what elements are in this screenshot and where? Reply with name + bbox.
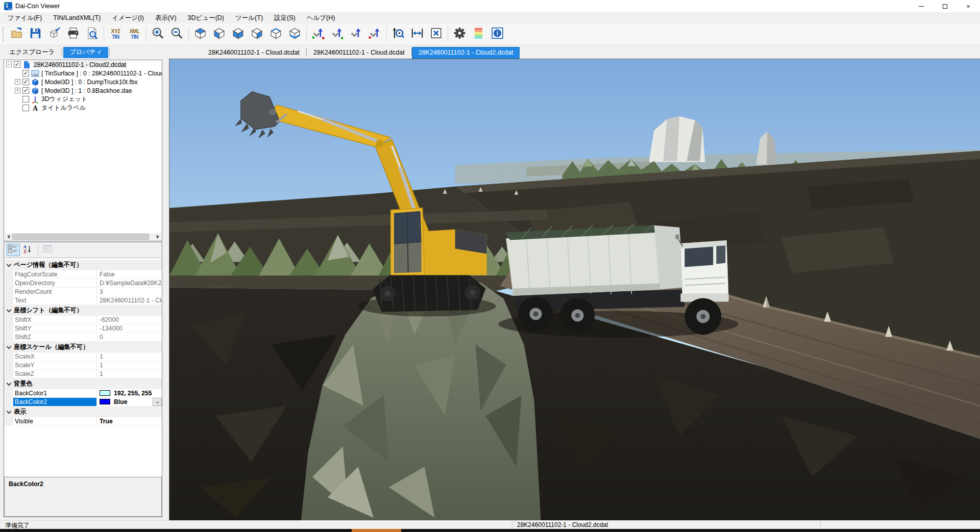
xml-tin-button[interactable]: XMLTIN — [125, 25, 144, 43]
tree-item[interactable]: ✓[ TinSurface ] : 0 : 28K2460011102-1 - … — [4, 69, 162, 78]
property-value[interactable]: 3 — [97, 288, 162, 296]
property-row[interactable]: ScaleX1 — [4, 352, 162, 361]
property-value[interactable]: 192, 255, 255 — [97, 389, 162, 397]
measure-clear-button[interactable] — [427, 25, 446, 43]
tree-item[interactable]: −✓28K2460011102-1 - Cloud2.dcdat — [4, 60, 162, 69]
xyz-tin-button[interactable]: XYZTIN — [106, 25, 125, 43]
property-value[interactable]: Blue — [97, 398, 162, 406]
viewport-3d-scene[interactable] — [169, 59, 980, 520]
property-category[interactable]: 座標シフト（編集不可） — [4, 305, 162, 316]
save-button[interactable] — [26, 25, 45, 43]
tree-item-checkbox[interactable]: ✓ — [14, 61, 20, 68]
property-row[interactable]: ShiftZ0 — [4, 333, 162, 342]
export-model-button[interactable] — [45, 25, 64, 43]
property-value[interactable]: 1 — [97, 352, 162, 361]
tree-item[interactable]: +✓[ Model3D ] : 0 : DumpTruck10t.fbx — [4, 78, 162, 86]
menu-item-file[interactable]: ファイル(F) — [2, 12, 47, 23]
document-tab-1[interactable]: 28K2460011102-1 - Cloud.dcdat — [202, 47, 306, 59]
menu-item-tin-landxml[interactable]: TIN/LandXML(T) — [47, 12, 106, 23]
scrollbar-thumb[interactable] — [12, 234, 149, 240]
expand-icon[interactable]: + — [15, 79, 20, 85]
property-row[interactable]: BackColor1192, 255, 255 — [4, 389, 162, 398]
menu-item-help[interactable]: ヘルプ(H) — [301, 12, 341, 23]
property-value[interactable]: 28K2460011102-1 - Cloud2.dcdat — [97, 296, 162, 305]
tree-item[interactable]: +✓[ Model3D ] : 1 : 0.8Backhoe.dae — [4, 86, 162, 95]
tab-properties[interactable]: プロパティ — [63, 47, 108, 58]
view-direction-1-button[interactable] — [309, 25, 328, 43]
property-row[interactable]: BackColor2Blue — [4, 398, 162, 407]
property-row[interactable]: VisibleTrue — [4, 417, 162, 426]
property-value[interactable]: False — [97, 270, 162, 278]
view-back-button[interactable] — [266, 25, 285, 43]
tree-item-checkbox[interactable]: ✓ — [22, 79, 29, 85]
property-value[interactable]: 1 — [97, 361, 162, 369]
menu-item-settings[interactable]: 設定(S) — [268, 12, 301, 23]
property-gutter — [4, 370, 13, 378]
scroll-right-button[interactable] — [154, 233, 161, 240]
property-row[interactable]: ScaleZ1 — [4, 370, 162, 378]
property-row[interactable]: RenderCount3 — [4, 288, 162, 296]
info-button[interactable]: i — [488, 25, 507, 43]
view-left-button[interactable] — [210, 25, 229, 43]
measure-distance-button[interactable] — [408, 25, 427, 43]
property-value[interactable]: True — [97, 417, 162, 425]
property-row[interactable]: ShiftY-134000 — [4, 324, 162, 333]
property-category[interactable]: 背景色 — [4, 378, 162, 389]
tree-item-checkbox[interactable]: ✓ — [22, 70, 29, 77]
menu-item-view[interactable]: 表示(V) — [150, 12, 182, 23]
property-row[interactable]: Text28K2460011102-1 - Cloud2.dcdat — [4, 296, 162, 305]
property-row[interactable]: ShiftX-62000 — [4, 316, 162, 324]
zoom-extents-button[interactable] — [389, 25, 408, 43]
property-value[interactable]: 0 — [97, 333, 162, 341]
view-front-button[interactable] — [229, 25, 248, 43]
color-scale-button[interactable] — [469, 25, 488, 43]
menu-item-tool[interactable]: ツール(T) — [230, 12, 268, 23]
zoom-in-button[interactable] — [149, 25, 167, 43]
view-direction-2-button[interactable] — [328, 25, 347, 43]
document-tab-3[interactable]: 28K2460011102-1 - Cloud2.dcdat — [412, 47, 520, 59]
view-right-button[interactable] — [248, 25, 266, 43]
tree-item-checkbox[interactable]: ✓ — [22, 87, 29, 94]
property-row[interactable]: FlagColorScaleFalse — [4, 270, 162, 279]
scroll-left-button[interactable] — [5, 233, 12, 240]
property-category[interactable]: ページ情報（編集不可） — [4, 260, 162, 270]
print-button[interactable] — [64, 25, 83, 43]
tree-item-label: タイトルラベル — [41, 104, 86, 112]
dropdown-button[interactable] — [153, 398, 162, 406]
tree-item-checkbox[interactable] — [22, 96, 29, 103]
view-top-button[interactable] — [191, 25, 210, 43]
tree-horizontal-scrollbar[interactable] — [5, 233, 161, 240]
expand-icon[interactable]: + — [15, 88, 20, 93]
view-direction-3-button[interactable] — [347, 25, 365, 43]
menu-item-3d-view[interactable]: 3Dビュー(D) — [182, 12, 230, 23]
property-category[interactable]: 表示 — [4, 407, 162, 417]
property-row[interactable]: ScaleY1 — [4, 361, 162, 370]
property-value[interactable]: D:¥SampleData¥28K2460011102 — [97, 279, 162, 287]
menu-item-image[interactable]: イメージ(I) — [106, 12, 150, 23]
property-value[interactable]: -134000 — [97, 324, 162, 333]
scroll-left-icon — [7, 235, 10, 239]
collapse-icon[interactable]: − — [6, 62, 12, 67]
maximize-button[interactable] — [933, 0, 957, 12]
settings-gear-button[interactable] — [450, 25, 469, 43]
zoom-out-button[interactable] — [167, 25, 186, 43]
minimize-button[interactable] — [910, 0, 933, 12]
view-direction-4-button[interactable] — [365, 25, 384, 43]
print-preview-button[interactable] — [83, 25, 102, 43]
tree-item[interactable]: Aタイトルラベル — [4, 104, 162, 112]
property-value[interactable]: -62000 — [97, 316, 162, 324]
property-help-title: BackColor2 — [9, 480, 157, 488]
property-value[interactable]: 1 — [97, 370, 162, 378]
view-bottom-button[interactable] — [285, 25, 304, 43]
property-category[interactable]: 座標スケール（編集不可） — [4, 342, 162, 352]
categorized-button[interactable] — [7, 244, 20, 256]
tree-item[interactable]: 3Dウィジェット — [4, 95, 162, 104]
open-button[interactable] — [7, 25, 26, 43]
tab-explorer[interactable]: エクスプローラ — [3, 47, 61, 58]
close-button[interactable]: × — [957, 0, 980, 12]
alphabetical-button[interactable]: AZ — [21, 244, 34, 256]
taskbar-sliver — [0, 529, 980, 532]
document-tab-2[interactable]: 28K2460011102-1 - Cloud.dcdat — [307, 47, 411, 59]
property-row[interactable]: OpenDirectoryD:¥SampleData¥28K2460011102 — [4, 279, 162, 288]
tree-item-checkbox[interactable] — [22, 105, 29, 111]
